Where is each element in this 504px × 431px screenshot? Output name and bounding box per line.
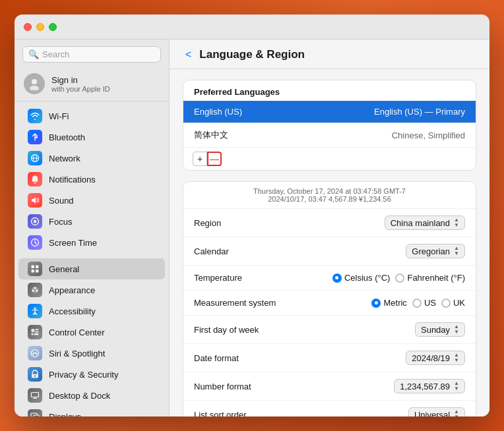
uk-option[interactable]: UK <box>441 298 465 308</box>
calendar-value[interactable]: Gregorian ▲ ▼ <box>299 244 465 258</box>
region-date-line2: 2024/10/17, 03:47 4,567.89 ¥1,234.56 <box>194 195 465 203</box>
sidebar-item-bluetooth[interactable]: Bluetooth <box>18 127 165 148</box>
close-button[interactable] <box>24 23 32 31</box>
minimize-button[interactable] <box>36 23 44 31</box>
celsius-label: Celsius (°C) <box>344 273 390 283</box>
dateformat-label: Date format <box>194 353 299 363</box>
sidebar-item-privacy[interactable]: Privacy & Security <box>18 364 165 385</box>
region-stepper-arrows[interactable]: ▲ ▼ <box>454 217 459 228</box>
dateformat-stepper-value: 2024/8/19 <box>412 353 450 363</box>
traffic-lights <box>24 23 57 31</box>
sidebar-item-sound[interactable]: Sound <box>18 190 165 211</box>
firstday-value[interactable]: Sunday ▲ ▼ <box>299 322 465 337</box>
focus-icon <box>28 214 42 229</box>
sidebar-item-label-privacy: Privacy & Security <box>49 370 118 380</box>
region-label: Region <box>194 218 299 228</box>
add-language-button[interactable]: + <box>193 152 207 166</box>
dateformat-arrow-down[interactable]: ▼ <box>454 358 459 363</box>
metric-radio[interactable] <box>371 299 381 308</box>
calendar-stepper[interactable]: Gregorian ▲ ▼ <box>406 244 465 258</box>
metric-option[interactable]: Metric <box>371 298 406 308</box>
sidebar-item-screentime[interactable]: Screen Time <box>18 232 165 253</box>
numberformat-value[interactable]: 1,234,567.89 ▲ ▼ <box>299 379 465 393</box>
search-box[interactable]: 🔍 Search <box>22 46 161 63</box>
language-row-english[interactable]: English (US) English (US) — Primary <box>183 101 476 123</box>
sidebar-item-focus[interactable]: Focus <box>18 211 165 232</box>
firstday-label: First day of week <box>194 325 299 335</box>
calendar-stepper-arrows[interactable]: ▲ ▼ <box>454 246 459 256</box>
sidebar-item-network[interactable]: Network <box>18 148 165 169</box>
uk-radio[interactable] <box>441 299 451 308</box>
dateformat-row: Date format 2024/8/19 ▲ ▼ <box>183 344 476 372</box>
listsort-stepper[interactable]: Universal ▲ ▼ <box>408 407 465 417</box>
sidebar-item-label-bluetooth: Bluetooth <box>49 132 85 142</box>
svg-point-17 <box>34 308 36 310</box>
language-value-english: English (US) — Primary <box>374 107 465 117</box>
controlcenter-icon <box>28 325 42 339</box>
svg-point-25 <box>34 375 36 376</box>
wifi-icon <box>28 109 42 123</box>
svg-point-1 <box>30 86 39 90</box>
svg-rect-21 <box>32 333 34 335</box>
firstday-arrow-down[interactable]: ▼ <box>454 330 459 335</box>
calendar-arrow-down[interactable]: ▼ <box>454 251 459 256</box>
sidebar-item-label-controlcenter: Control Center <box>49 328 105 337</box>
signin-label: Sign in <box>51 75 110 85</box>
us-option[interactable]: US <box>412 298 436 308</box>
region-stepper[interactable]: China mainland ▲ ▼ <box>385 216 465 230</box>
us-radio[interactable] <box>412 299 422 308</box>
remove-language-button[interactable]: — <box>207 152 222 166</box>
bluetooth-icon <box>28 130 42 144</box>
firstday-stepper[interactable]: Sunday ▲ ▼ <box>415 322 465 337</box>
sidebar-item-label-network: Network <box>49 154 80 163</box>
svg-rect-19 <box>36 329 39 330</box>
region-settings-section: Thursday, October 17, 2024 at 03:47:58 G… <box>183 181 476 417</box>
firstday-stepper-arrows[interactable]: ▲ ▼ <box>454 324 459 335</box>
numberformat-stepper-arrows[interactable]: ▲ ▼ <box>454 381 459 391</box>
celsius-radio[interactable] <box>332 273 342 283</box>
language-name-english: English (US) <box>194 107 374 117</box>
main-scroll[interactable]: Preferred Languages English (US) English… <box>170 69 489 417</box>
sidebar-item-label-notifications: Notifications <box>49 175 96 185</box>
numberformat-arrow-down[interactable]: ▼ <box>454 386 459 391</box>
sidebar-item-accessibility[interactable]: Accessibility <box>18 301 165 322</box>
sidebar-item-wifi[interactable]: Wi-Fi <box>18 105 165 127</box>
region-value[interactable]: China mainland ▲ ▼ <box>299 216 465 230</box>
svg-rect-10 <box>36 266 39 269</box>
region-arrow-down[interactable]: ▼ <box>454 223 459 228</box>
back-button[interactable]: < <box>183 47 194 62</box>
dateformat-stepper[interactable]: 2024/8/19 ▲ ▼ <box>406 351 465 365</box>
svg-rect-11 <box>32 270 35 273</box>
uk-label: UK <box>453 298 465 308</box>
svg-point-14 <box>34 287 36 289</box>
firstday-row: First day of week Sunday ▲ ▼ <box>183 316 476 344</box>
dateformat-stepper-arrows[interactable]: ▲ ▼ <box>454 353 459 363</box>
listsort-value[interactable]: Universal ▲ ▼ <box>299 407 465 417</box>
svg-point-16 <box>32 290 34 292</box>
general-icon <box>28 262 42 276</box>
listsort-arrow-down[interactable]: ▼ <box>454 415 459 417</box>
sidebar-item-notifications[interactable]: Notifications <box>18 169 165 190</box>
dateformat-value[interactable]: 2024/8/19 ▲ ▼ <box>299 351 465 365</box>
siri-icon <box>28 346 42 360</box>
sidebar-item-siri[interactable]: Siri & Spotlight <box>18 343 165 364</box>
sidebar-item-desktop[interactable]: Desktop & Dock <box>18 385 165 406</box>
fullscreen-button[interactable] <box>49 23 57 31</box>
sidebar-item-general[interactable]: General <box>18 258 165 279</box>
numberformat-stepper-value: 1,234,567.89 <box>400 382 450 391</box>
celsius-option[interactable]: Celsius (°C) <box>332 273 390 283</box>
sidebar-user[interactable]: Sign in with your Apple ID <box>15 68 169 101</box>
sidebar-item-appearance[interactable]: Appearance <box>18 279 165 301</box>
fahrenheit-radio[interactable] <box>395 273 404 283</box>
svg-rect-22 <box>34 333 39 335</box>
sidebar-item-displays[interactable]: Displays <box>18 406 165 417</box>
calendar-row: Calendar Gregorian ▲ ▼ <box>183 237 476 266</box>
user-info: Sign in with your Apple ID <box>51 75 110 93</box>
fahrenheit-option[interactable]: Fahrenheit (°F) <box>395 273 465 283</box>
language-row-chinese[interactable]: 简体中文 Chinese, Simplified <box>183 123 476 148</box>
numberformat-stepper[interactable]: 1,234,567.89 ▲ ▼ <box>394 379 465 393</box>
listsort-label: List sort order <box>194 410 299 417</box>
numberformat-label: Number format <box>194 382 299 391</box>
sidebar-item-controlcenter[interactable]: Control Center <box>18 322 165 343</box>
listsort-stepper-arrows[interactable]: ▲ ▼ <box>454 409 459 417</box>
